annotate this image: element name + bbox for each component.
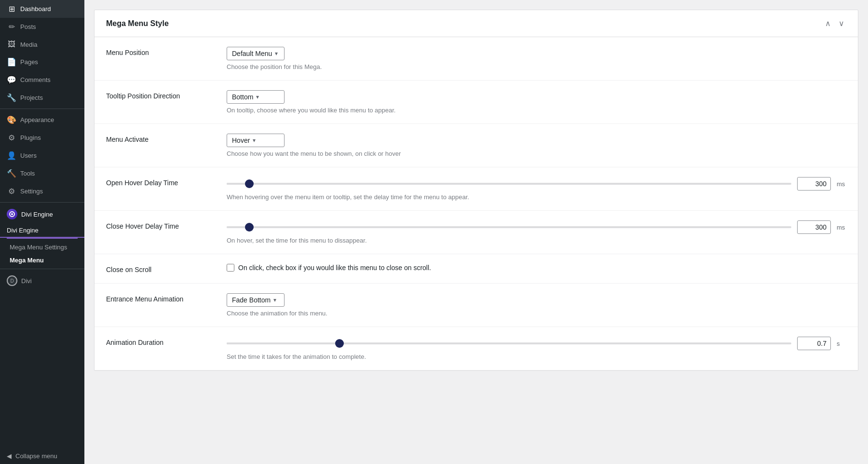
divi-engine-label: Divi Engine	[21, 211, 53, 218]
menu-activate-row: Menu Activate Hover ▾ Choose how you wan…	[95, 124, 858, 167]
divi-label: Divi	[21, 277, 32, 285]
collapse-icon: ◀	[7, 452, 12, 460]
chevron-down-icon: ▾	[273, 297, 276, 303]
sidebar-item-posts[interactable]: ✏ Posts	[0, 18, 84, 36]
panel-header: Mega Menu Style ∧ ∨	[95, 10, 858, 37]
close-on-scroll-checkbox[interactable]	[227, 264, 234, 272]
sidebar-item-divi-engine[interactable]: Divi Engine	[0, 205, 84, 224]
close-hover-delay-control: ms On hover, set the time for this menu …	[227, 220, 846, 244]
divi-engine-icon	[7, 209, 17, 219]
sidebar-collapse-menu[interactable]: ◀ Collapse menu	[0, 448, 84, 464]
sidebar-item-label: Appearance	[20, 116, 54, 123]
menu-position-value: Default Menu	[232, 50, 272, 57]
entrance-animation-label: Entrance Menu Animation	[106, 293, 217, 303]
open-hover-delay-slider-row: ms	[227, 177, 846, 191]
tooltip-position-select[interactable]: Bottom ▾	[227, 90, 285, 104]
panel-title: Mega Menu Style	[106, 19, 169, 28]
entrance-animation-row: Entrance Menu Animation Fade Bottom ▾ Ch…	[95, 284, 858, 327]
menu-activate-select[interactable]: Hover ▾	[227, 134, 285, 147]
close-hover-delay-unit: ms	[837, 224, 846, 231]
entrance-animation-select[interactable]: Fade Bottom ▾	[227, 293, 285, 307]
sidebar-item-label: Settings	[20, 188, 43, 195]
tooltip-position-control: Bottom ▾ On tooltip, choose where you wo…	[227, 90, 846, 114]
menu-position-select[interactable]: Default Menu ▾	[227, 47, 285, 60]
sidebar-item-divi[interactable]: D Divi	[0, 271, 84, 290]
sidebar-divi-engine-sub[interactable]: Divi Engine	[0, 224, 84, 238]
main-content: Mega Menu Style ∧ ∨ Menu Position Defaul…	[84, 0, 868, 464]
close-hover-delay-label: Close Hover Delay Time	[106, 220, 217, 230]
menu-activate-description: Choose how you want the menu to be shown…	[227, 150, 846, 157]
close-hover-delay-input[interactable]	[797, 220, 831, 234]
close-hover-delay-description: On hover, set the time for this menu to …	[227, 237, 846, 244]
sidebar-item-plugins[interactable]: ⚙ Plugins	[0, 129, 84, 147]
close-on-scroll-control: On click, check box if you would like th…	[227, 264, 846, 272]
sidebar-item-label: Media	[20, 41, 37, 48]
tooltip-position-row: Tooltip Position Direction Bottom ▾ On t…	[95, 81, 858, 124]
open-hover-delay-unit: ms	[837, 180, 846, 188]
menu-position-label: Menu Position	[106, 47, 217, 56]
animation-duration-description: Set the time it takes for the animation …	[227, 353, 846, 360]
close-hover-delay-thumb[interactable]	[245, 223, 254, 232]
mega-menu-label: Mega Menu	[10, 257, 44, 264]
animation-duration-input[interactable]	[797, 337, 831, 350]
close-hover-delay-slider-row: ms	[227, 220, 846, 234]
divi-engine-sub-label: Divi Engine	[7, 227, 39, 234]
sidebar-divider-2	[0, 202, 84, 203]
menu-position-control: Default Menu ▾ Choose the position for t…	[227, 47, 846, 70]
mega-menu-settings-label: Mega Menu Settings	[10, 244, 67, 251]
close-on-scroll-label: Close on Scroll	[106, 264, 217, 273]
sidebar-item-media[interactable]: 🖼 Media	[0, 36, 84, 53]
appearance-icon: 🎨	[7, 115, 16, 124]
tooltip-position-description: On tooltip, choose where you would like …	[227, 107, 846, 114]
entrance-animation-description: Choose the animation for this menu.	[227, 310, 846, 317]
comments-icon: 💬	[7, 75, 16, 84]
close-hover-delay-track[interactable]	[227, 226, 791, 228]
animation-duration-slider-row: s	[227, 337, 846, 350]
collapse-label: Collapse menu	[15, 452, 57, 460]
sidebar-item-label: Tools	[20, 170, 35, 177]
users-icon: 👤	[7, 151, 16, 160]
sidebar-item-label: Users	[20, 152, 37, 159]
sidebar-item-appearance[interactable]: 🎨 Appearance	[0, 111, 84, 129]
sidebar-item-label: Plugins	[20, 134, 41, 141]
panel-controls: ∧ ∨	[823, 18, 846, 29]
chevron-down-icon: ▾	[256, 94, 259, 100]
posts-icon: ✏	[7, 22, 16, 31]
dashboard-icon: ⊞	[7, 4, 16, 14]
sidebar-item-pages[interactable]: 📄 Pages	[0, 53, 84, 71]
animation-duration-row: Animation Duration s Set the time it tak…	[95, 327, 858, 370]
sidebar-item-projects[interactable]: 🔧 Projects	[0, 89, 84, 107]
sidebar-divider-3	[0, 269, 84, 269]
sidebar-item-mega-menu[interactable]: Mega Menu	[0, 254, 84, 267]
sidebar-item-label: Projects	[20, 94, 43, 101]
mega-menu-style-panel: Mega Menu Style ∧ ∨ Menu Position Defaul…	[94, 10, 858, 371]
sidebar-item-tools[interactable]: 🔨 Tools	[0, 164, 84, 182]
chevron-down-icon: ▾	[275, 50, 278, 57]
sidebar-item-dashboard[interactable]: ⊞ Dashboard	[0, 0, 84, 18]
sidebar-item-mega-menu-settings[interactable]: Mega Menu Settings	[0, 241, 84, 254]
panel-expand-button[interactable]: ∨	[837, 18, 846, 29]
menu-position-row: Menu Position Default Menu ▾ Choose the …	[95, 37, 858, 81]
sidebar-item-users[interactable]: 👤 Users	[0, 147, 84, 164]
tooltip-position-label: Tooltip Position Direction	[106, 90, 217, 100]
close-on-scroll-checkbox-label: On click, check box if you would like th…	[238, 264, 431, 272]
svg-point-1	[11, 213, 13, 215]
sidebar-divider	[0, 109, 84, 109]
close-on-scroll-checkbox-row: On click, check box if you would like th…	[227, 264, 846, 272]
animation-duration-track[interactable]	[227, 342, 791, 344]
tools-icon: 🔨	[7, 169, 16, 178]
sidebar-item-comments[interactable]: 💬 Comments	[0, 71, 84, 89]
open-hover-delay-thumb[interactable]	[245, 179, 254, 188]
open-hover-delay-track[interactable]	[227, 183, 791, 185]
sidebar-item-label: Comments	[20, 76, 51, 83]
open-hover-delay-description: When hovering over the menu item or tool…	[227, 193, 846, 201]
animation-duration-thumb[interactable]	[335, 339, 344, 348]
open-hover-delay-input[interactable]	[797, 177, 831, 191]
sidebar-item-settings[interactable]: ⚙ Settings	[0, 182, 84, 200]
open-hover-delay-row: Open Hover Delay Time ms When hovering o…	[95, 167, 858, 211]
tooltip-position-value: Bottom	[232, 93, 253, 101]
menu-activate-label: Menu Activate	[106, 134, 217, 143]
chevron-down-icon: ▾	[253, 137, 256, 144]
panel-collapse-button[interactable]: ∧	[823, 18, 833, 29]
sidebar-item-label: Dashboard	[20, 5, 51, 13]
